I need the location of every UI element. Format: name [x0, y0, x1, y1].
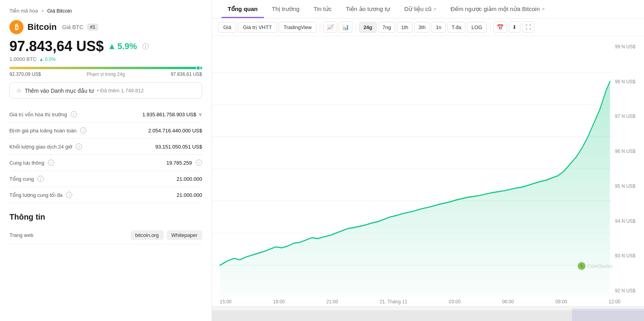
x-label-06: 06:00 [502, 299, 514, 304]
price-change-percent: 5.9% [117, 41, 137, 51]
price-bar-track [9, 67, 202, 69]
coin-name: Bitcoin [27, 22, 57, 32]
nav-tab-demNguoc[interactable]: Đếm ngược giảm một nửa Bitcoin ↗ [444, 0, 551, 18]
toolbar-divider-2 [356, 23, 356, 31]
star-icon: ☆ [16, 87, 22, 94]
chart-wrapper: 99 N US$ 98 N US$ 97 N US$ 96 N US$ 95 N… [212, 40, 644, 297]
toolbar-divider-1 [320, 23, 320, 31]
external-link-icon-1: ↗ [433, 7, 436, 12]
left-panel: Tiền mã hóa > Giá Bitcoin ₿ Bitcoin Giá … [0, 0, 212, 321]
price-range-label: Phạm vi trong 24g [87, 72, 125, 77]
total-supply-row: Tổng cung i 21.000.000 [9, 171, 202, 187]
chart-type-vhtt[interactable]: Giá trị VHTT [238, 22, 277, 33]
y-axis-labels: 99 N US$ 98 N US$ 97 N US$ 96 N US$ 95 N… [613, 40, 644, 297]
nav-tab-thiTruong[interactable]: Thị trường [266, 0, 306, 18]
circulating-value-icon[interactable]: i [196, 160, 202, 166]
btc-rate-change: ▲ 0.0% [39, 57, 56, 62]
breadcrumb: Tiền mã hóa > Giá Bitcoin [9, 8, 202, 14]
volume-info-icon[interactable]: i [76, 143, 82, 150]
x-label-18: 18:00 [273, 299, 285, 304]
chart-type-tradingview[interactable]: TradingView [279, 22, 317, 33]
price-value: 97.843,64 US$ [9, 38, 104, 55]
volume-label: Khối lượng giao dịch 24 giờ i [9, 143, 82, 150]
x-label-15: 15:00 [220, 299, 232, 304]
fdv-label: Định giá pha loãng hoàn toàn i [9, 127, 86, 134]
fdv-info-icon[interactable]: i [80, 127, 86, 134]
x-label-09: 09:00 [555, 299, 567, 304]
top-nav: Tổng quan Thị trường Tin tức Tiền ảo tươ… [212, 0, 644, 18]
website-link-bitcoin-org[interactable]: bitcoin.org [131, 230, 164, 240]
coin-header: ₿ Bitcoin Giá BTC #1 [9, 20, 202, 34]
volume-value: 93.151.050.051 US$ [155, 144, 202, 150]
btc-rate: 1,0000 BTC ▲ 0.0% [9, 56, 202, 62]
chart-period-1n[interactable]: 1n [431, 22, 445, 33]
volume-row: Khối lượng giao dịch 24 giờ i 93.151.050… [9, 139, 202, 155]
max-supply-row: Tổng lượng cung tối đa i 21.000.000 [9, 187, 202, 203]
mini-chart-scrubber[interactable] [212, 306, 644, 321]
watchlist-button[interactable]: ☆ Thêm vào Danh mục đầu tư • Đã thêm 1.7… [9, 83, 202, 99]
chart-period-log[interactable]: LOG [467, 22, 486, 33]
price-bar-indicator [196, 66, 201, 70]
nav-tab-tienAoTuongTu[interactable]: Tiền ảo tương tự [339, 0, 396, 18]
breadcrumb-separator: > [41, 8, 44, 14]
y-label-99: 99 N US$ [615, 44, 642, 50]
total-supply-label: Tổng cung i [9, 176, 44, 182]
website-row: Trang web bitcoin.org Whitepaper [9, 226, 202, 244]
y-label-94: 94 N US$ [615, 218, 642, 224]
stats-table: Giá trị vốn hóa thị trường i 1.935.861.7… [9, 106, 202, 203]
chart-bar-icon-btn[interactable]: 📊 [339, 22, 352, 33]
nav-tab-tongquan[interactable]: Tổng quan [221, 0, 264, 18]
y-label-97: 97 N US$ [615, 114, 642, 119]
market-cap-row: Giá trị vốn hóa thị trường i 1.935.861.7… [9, 106, 202, 123]
circulating-label: Cung lưu thông i [9, 160, 54, 166]
website-link-whitepaper[interactable]: Whitepaper [167, 230, 202, 240]
x-label-21: 21:00 [327, 299, 338, 304]
right-panel: Tổng quan Thị trường Tin tức Tiền ảo tươ… [212, 0, 644, 321]
chart-toolbar: Giá Giá trị VHTT TradingView 📈 📊 24g 7ng… [212, 18, 644, 36]
chart-type-gia[interactable]: Giá [218, 22, 236, 33]
market-cap-arrow[interactable]: ∨ [199, 112, 202, 117]
market-cap-info-icon[interactable]: i [71, 111, 77, 117]
chart-line-icon-btn[interactable]: 📈 [323, 22, 337, 33]
nav-tab-duLieuCu[interactable]: Dữ liệu cũ ↗ [398, 0, 443, 18]
chart-period-3th[interactable]: 3th [414, 22, 430, 33]
svg-rect-9 [572, 308, 644, 321]
nav-tab-tinTuc[interactable]: Tin tức [307, 0, 338, 18]
chart-period-tda[interactable]: T.đa [447, 22, 466, 33]
x-label-12: 12:00 [609, 299, 620, 304]
coin-ticker: Giá BTC [62, 24, 84, 30]
circulating-info-icon[interactable]: i [48, 160, 54, 166]
coingecko-text: CoinGecko [587, 263, 613, 269]
chart-fullscreen-btn[interactable]: ⛶ [522, 22, 535, 33]
x-label-date: 21. Tháng 11 [379, 299, 407, 304]
market-cap-value: 1.935.861.758.903 US$ ∨ [142, 112, 202, 117]
y-label-93: 93 N US$ [615, 253, 642, 259]
info-section-title: Thông tin [9, 213, 202, 222]
price-change-arrow: ▲ [108, 41, 116, 51]
watchlist-added: • Đã thêm 1.749.812 [97, 88, 144, 94]
max-supply-value: 21.000.000 [177, 192, 202, 198]
toolbar-divider-3 [490, 23, 490, 31]
total-supply-info-icon[interactable]: i [37, 176, 44, 182]
max-supply-info-icon[interactable]: i [66, 192, 72, 198]
fdv-value: 2.054.716.440.000 US$ [148, 128, 202, 134]
chart-period-1th[interactable]: 1th [397, 22, 412, 33]
chart-calendar-btn[interactable]: 📅 [493, 22, 507, 33]
info-section: Thông tin Trang web bitcoin.org Whitepap… [9, 213, 202, 244]
website-label: Trang web [9, 232, 33, 238]
breadcrumb-home[interactable]: Tiền mã hóa [9, 8, 38, 14]
external-link-icon-2: ↗ [541, 7, 545, 12]
y-label-98: 98 N US$ [615, 79, 642, 84]
price-range-labels: 92.370,09 US$ Phạm vi trong 24g 97.836,6… [9, 72, 202, 77]
y-label-95: 95 N US$ [615, 183, 642, 189]
x-axis-labels: 15:00 18:00 21:00 21. Tháng 11 03:00 06:… [212, 297, 644, 306]
coingecko-watermark: 🦎 CoinGecko [578, 262, 613, 270]
chart-period-7ng[interactable]: 7ng [378, 22, 396, 33]
y-label-92: 92 N US$ [615, 288, 642, 293]
chart-download-btn[interactable]: ⬇ [509, 22, 520, 33]
chart-period-24g[interactable]: 24g [359, 22, 376, 33]
coingecko-logo: 🦎 [578, 262, 586, 270]
price-info-icon[interactable]: i [142, 43, 149, 50]
fdv-row: Định giá pha loãng hoàn toàn i 2.054.716… [9, 123, 202, 139]
chart-area: 99 N US$ 98 N US$ 97 N US$ 96 N US$ 95 N… [212, 36, 644, 321]
